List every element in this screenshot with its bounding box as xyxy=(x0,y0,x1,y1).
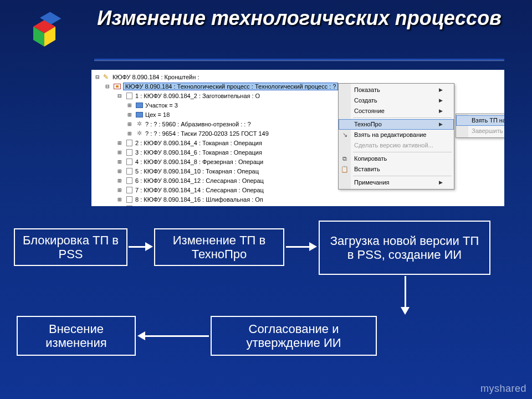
context-menu[interactable]: Показать▶ Создать▶ Состояние▶ ТехноПро▶ … xyxy=(338,83,454,190)
flow-box-approve: Согласование и утверждение ИИ xyxy=(211,316,377,356)
tree-row[interactable]: ⊞8 : КЮФУ 8.090.184_16 : Шлифовальная : … xyxy=(94,195,504,204)
paste-icon: 📋 xyxy=(340,165,349,173)
menu-item-paste[interactable]: 📋Вставить xyxy=(339,164,454,175)
separator xyxy=(353,117,452,118)
menu-item-notes[interactable]: Примечания▶ xyxy=(339,177,454,188)
arrow-icon xyxy=(137,331,209,340)
chevron-right-icon: ▶ xyxy=(439,178,443,187)
menu-item-take-tp-edit[interactable]: Взять ТП на редактирование xyxy=(456,115,504,126)
arrow-icon: ↘ xyxy=(340,131,349,139)
tree-root-label: КЮФУ 8.090.184 : Кронштейн : xyxy=(112,74,199,80)
logo-icon xyxy=(22,11,66,55)
chevron-right-icon: ▶ xyxy=(439,120,443,129)
chevron-right-icon: ▶ xyxy=(439,107,443,115)
menu-item-show[interactable]: Показать▶ xyxy=(339,85,454,95)
menu-item-copy[interactable]: ⧉Копировать xyxy=(339,154,454,164)
menu-item-make-active: Сделать версию активной... xyxy=(339,140,454,151)
flow-box-load: Загрузка новой версии ТП в PSS, создание… xyxy=(319,221,490,275)
arrow-icon xyxy=(286,242,317,251)
tree-selected-label: КЮФУ 8.090.184 : Технологический процесс… xyxy=(123,83,338,90)
gear-icon: ✲ xyxy=(135,120,144,127)
copy-icon: ⧉ xyxy=(340,155,349,163)
menu-item-take-edit[interactable]: ↘Взять на редактирование xyxy=(339,130,454,140)
flow-box-apply: Внесение изменения xyxy=(17,316,136,356)
chevron-right-icon: ▶ xyxy=(439,96,443,105)
chevron-right-icon: ▶ xyxy=(439,86,443,94)
tree-root[interactable]: ⊟✎ КЮФУ 8.090.184 : Кронштейн : xyxy=(94,72,504,81)
title-underline xyxy=(94,59,504,61)
page-title: Изменение технологических процессов xyxy=(94,7,504,29)
menu-item-create[interactable]: Создать▶ xyxy=(339,95,454,106)
separator xyxy=(353,176,452,176)
flow-box-change: Изменение ТП в ТехноПро xyxy=(154,228,284,266)
arrow-icon xyxy=(129,242,153,251)
context-submenu[interactable]: Взять ТП на редактирование Завершить ред… xyxy=(456,114,504,138)
screenshot-panel: ⊟✎ КЮФУ 8.090.184 : Кронштейн : ⊟ КЮФУ 8… xyxy=(91,70,504,206)
menu-item-state[interactable]: Состояние▶ xyxy=(339,106,454,116)
menu-item-finish-tp-edit: Завершить редактирование ТП xyxy=(456,126,504,136)
separator xyxy=(353,152,452,152)
gear-icon: ✲ xyxy=(135,130,144,137)
menu-item-technopro[interactable]: ТехноПро▶ xyxy=(339,119,454,130)
pencil-icon: ✎ xyxy=(103,73,109,81)
tree-row[interactable]: ⊞9 : КЮФУ 8.090.184_18 : Контрольная : О… xyxy=(94,204,504,206)
arrow-icon xyxy=(401,276,410,315)
flow-box-block: Блокировка ТП в PSS xyxy=(14,228,127,266)
watermark: myshared xyxy=(480,383,526,395)
